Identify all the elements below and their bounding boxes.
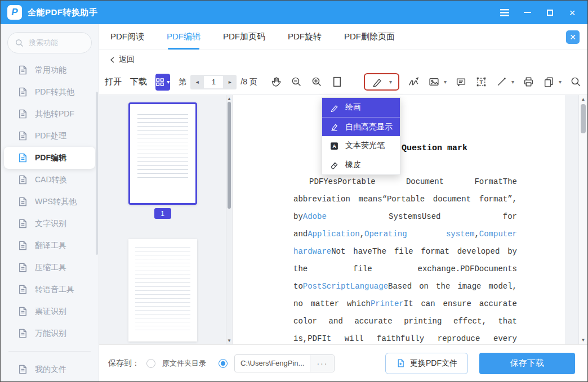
thumbnail-scrollbar[interactable]: ▲ ▼ (226, 95, 233, 344)
sidebar-scrollbar-thumb[interactable] (96, 92, 98, 255)
original-folder-radio[interactable] (146, 359, 155, 368)
search-document-icon[interactable] (570, 76, 582, 88)
draw-tool-highlighted[interactable]: ▾ (364, 73, 399, 91)
menu-icon[interactable] (500, 7, 510, 17)
sidebar-item-translate-tool[interactable]: 翻译工具 (1, 235, 99, 257)
sidebar-item-my-files[interactable]: 我的文件 (1, 358, 99, 380)
maximize-button[interactable] (545, 7, 555, 17)
document-icon (17, 131, 28, 141)
save-download-button[interactable]: 保存下载 (479, 353, 575, 374)
browse-folder-button[interactable]: ··· (310, 355, 334, 372)
menu-item-label: 文本荧光笔 (345, 141, 385, 151)
sidebar-item-other-to-pdf[interactable]: 其他转PDF (1, 103, 99, 125)
menu-item-label: 自由高亮显示 (345, 122, 393, 132)
close-panel-button[interactable]: ✕ (566, 30, 580, 44)
document-link[interactable]: Operating system (364, 230, 474, 239)
previous-page-button[interactable]: ◂ (190, 75, 204, 89)
thumbnail-panel: 1 (99, 95, 226, 344)
open-button[interactable]: 打开 (105, 77, 122, 87)
page-layout-button[interactable]: ▾ (155, 74, 170, 91)
sidebar-item-cad-convert[interactable]: CAD转换 (1, 169, 99, 191)
document-icon (17, 152, 28, 163)
sidebar-divider (8, 351, 91, 352)
line-tool-icon[interactable] (496, 76, 507, 88)
document-link[interactable]: Adobe (303, 212, 327, 221)
document-icon (17, 174, 28, 185)
save-path-input[interactable]: C:\Users\FengPin... ··· (234, 354, 335, 372)
zoom-in-icon[interactable] (311, 76, 323, 88)
sidebar-item-universal-recognition[interactable]: 万能识别 (1, 322, 99, 344)
document-link[interactable]: Printer (371, 299, 404, 308)
scrollbar-thumb[interactable] (581, 104, 586, 133)
menu-item-free-highlight[interactable]: 自由高亮显示 (322, 117, 400, 136)
hand-pan-icon[interactable] (270, 76, 282, 88)
tab-bar-tabs: PDF阅读PDF编辑PDF加页码PDF旋转PDF删除页面 (110, 24, 395, 50)
minimize-button[interactable] (522, 7, 532, 17)
chevron-down-icon[interactable]: ▾ (444, 79, 447, 85)
sidebar-item-label: 票证识别 (35, 307, 66, 317)
custom-path-radio[interactable] (219, 359, 228, 368)
close-button[interactable]: × (567, 7, 577, 17)
note-icon[interactable] (455, 76, 467, 88)
document-icon (17, 65, 28, 75)
page-thumbnail-2[interactable] (128, 239, 197, 341)
chevron-down-icon[interactable]: ▾ (511, 79, 514, 85)
sidebar-item-label: 翻译工具 (35, 241, 66, 251)
thumbnail-preview (137, 114, 188, 181)
zoom-out-icon[interactable] (291, 76, 302, 88)
download-button[interactable]: 下载 (130, 77, 147, 87)
sidebar-item-to-speech-tool[interactable]: 转语音工具 (1, 278, 99, 300)
text-box-icon[interactable]: T (475, 76, 487, 88)
document-icon (17, 240, 28, 251)
copy-pages-icon[interactable] (543, 76, 555, 88)
back-button[interactable]: 返回 (99, 50, 587, 69)
sidebar-item-compress-tool[interactable]: 压缩工具 (1, 257, 99, 278)
sidebar-item-label: PDF转其他 (35, 87, 74, 97)
app-logo-icon: P (7, 5, 22, 20)
signature-icon[interactable] (408, 76, 420, 88)
search-placeholder: 搜索功能 (29, 38, 58, 48)
tab-pdf-add-page-number[interactable]: PDF加页码 (223, 24, 265, 50)
tab-pdf-edit[interactable]: PDF编辑 (167, 24, 201, 50)
tab-pdf-delete-pages[interactable]: PDF删除页面 (344, 24, 395, 50)
chevron-down-icon[interactable]: ▾ (389, 79, 392, 85)
chevron-down-icon[interactable]: ▾ (559, 79, 562, 85)
original-folder-label[interactable]: 原文件夹目录 (162, 358, 206, 368)
menu-item-text-highlighter[interactable]: A文本荧光笔 (322, 136, 400, 155)
scroll-down-icon[interactable]: ▼ (579, 338, 587, 343)
sidebar: 搜索功能 常用功能PDF转其他其他转PDFPDF处理PDF编辑CAD转换WPS转… (1, 24, 99, 381)
scroll-up-icon[interactable]: ▲ (579, 97, 587, 102)
document-link[interactable]: PostScriptLanguage (303, 282, 388, 291)
thumbnail-preview (135, 247, 190, 334)
next-page-button[interactable]: ▸ (223, 75, 237, 89)
sidebar-item-pdf-edit[interactable]: PDF编辑 (4, 147, 95, 169)
tab-pdf-rotate[interactable]: PDF旋转 (288, 24, 322, 50)
page-thumbnail-1[interactable] (128, 102, 197, 205)
sidebar-item-invoice-recognition[interactable]: 票证识别 (1, 300, 99, 322)
sidebar-item-text-recognition[interactable]: 文字识别 (1, 213, 99, 235)
document-link[interactable]: Application (308, 230, 359, 239)
sidebar-item-wps-to-other[interactable]: WPS转其他 (1, 191, 99, 213)
menu-item-eraser[interactable]: 橡皮 (322, 155, 400, 174)
sidebar-item-common-functions[interactable]: 常用功能 (1, 59, 99, 81)
scrollbar-thumb[interactable] (228, 102, 231, 209)
sidebar-item-label: 万能识别 (35, 329, 66, 339)
menu-item-draw[interactable]: 绘画 (322, 98, 400, 117)
search-input[interactable]: 搜索功能 (7, 32, 92, 53)
sidebar-item-pdf-to-other[interactable]: PDF转其他 (1, 81, 99, 103)
replace-pdf-button[interactable]: 更换PDF文件 (385, 353, 468, 374)
menu-item-label: 绘画 (345, 102, 361, 113)
sidebar-item-label: 压缩工具 (35, 263, 66, 273)
tab-pdf-read[interactable]: PDF阅读 (110, 24, 144, 50)
sidebar-item-label: WPS转其他 (35, 197, 77, 207)
scroll-up-icon[interactable]: ▲ (226, 96, 232, 101)
text-highlighter-icon: A (329, 141, 339, 151)
single-page-view-icon[interactable] (331, 76, 343, 88)
document-scrollbar[interactable]: ▲ ▼ (578, 95, 587, 344)
page-number-input[interactable]: 1 (204, 76, 223, 88)
image-icon[interactable] (428, 76, 440, 88)
scroll-down-icon[interactable]: ▼ (226, 338, 232, 343)
sidebar-item-pdf-process[interactable]: PDF处理 (1, 125, 99, 147)
sidebar-nav: 常用功能PDF转其他其他转PDFPDF处理PDF编辑CAD转换WPS转其他文字识… (1, 59, 99, 344)
print-icon[interactable] (523, 76, 534, 88)
